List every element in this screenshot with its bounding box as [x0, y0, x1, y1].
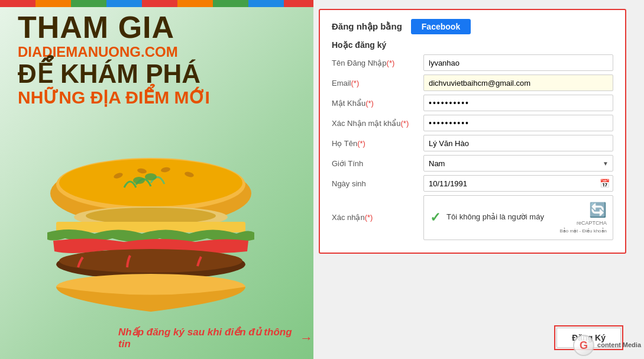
gender-label: Giới Tính [332, 159, 423, 168]
checkmark-icon: ✓ [430, 210, 441, 225]
birthday-label: Ngày sinh [332, 179, 423, 188]
food-strip [0, 0, 313, 7]
password-row: Mật Khẩu(*) [332, 95, 613, 111]
svg-point-13 [133, 177, 145, 184]
confirm-password-label: Xác Nhận mật khẩu(*) [332, 119, 423, 128]
captcha-left: ✓ Tôi không phải là người máy [430, 210, 544, 225]
arrow-right-icon: → [300, 331, 313, 346]
hoac-dang-ky-label: Hoặc đăng ký [332, 40, 613, 50]
email-row: Email(*) [332, 75, 613, 91]
watermark: G content Media [573, 335, 641, 356]
password-input[interactable] [423, 95, 613, 111]
de-kham-pha-text: ĐỂ KHÁM PHÁ [18, 61, 302, 87]
gender-select-wrapper: Nam Nữ ▼ [423, 155, 613, 172]
email-label: Email(*) [332, 79, 423, 88]
svg-point-11 [59, 249, 242, 273]
fullname-input[interactable] [423, 135, 613, 151]
birthday-row: Ngày sinh 📅 [332, 175, 613, 192]
birthday-input[interactable] [423, 175, 613, 192]
calendar-icon: 📅 [600, 179, 610, 188]
recaptcha-label: reCAPTCHA [577, 219, 607, 227]
tham-gia-text: THAM GIA [18, 12, 302, 43]
recaptcha-links: Bảo mật - Điều khoản [559, 228, 607, 234]
confirm-password-input[interactable] [423, 115, 613, 131]
verify-label: Xác nhận(*) [332, 213, 423, 222]
svg-point-8 [86, 208, 216, 224]
birthday-date-wrapper: 📅 [423, 175, 613, 192]
watermark-logo: G [573, 335, 594, 356]
instruction-wrapper: Nhấp đăng ký sau khi điền đủ thông tin → [118, 326, 313, 350]
username-input[interactable] [423, 54, 613, 71]
captcha-text: Tôi không phải là người máy [446, 212, 544, 222]
password-label: Mật Khẩu(*) [332, 99, 423, 108]
watermark-text: content Media [597, 341, 641, 349]
username-row: Tên Đăng Nhập(*) [332, 54, 613, 71]
username-label: Tên Đăng Nhập(*) [332, 59, 423, 67]
svg-point-14 [145, 173, 157, 180]
facebook-button[interactable]: Facebook [411, 19, 471, 34]
instruction-text: Nhấp đăng ký sau khi điền đủ thông tin [118, 326, 294, 350]
confirm-password-row: Xác Nhận mật khẩu(*) [332, 115, 613, 131]
panel-header: Đăng nhập bằng Facebook [332, 19, 613, 34]
left-panel: THAM GIA DIADIEMANUONG.COM ĐỂ KHÁM PHÁ N… [0, 0, 313, 359]
fullname-label: Họ Tên(*) [332, 139, 423, 148]
site-name-text: DIADIEMANUONG.COM [18, 43, 302, 61]
burger-image [12, 158, 290, 335]
recaptcha-icon: 🔄 [589, 202, 607, 218]
left-text-content: THAM GIA DIADIEMANUONG.COM ĐỂ KHÁM PHÁ N… [18, 12, 302, 108]
nhung-dia-diem-text: NHỮNG ĐỊA ĐIỂM MỚI [18, 87, 302, 108]
bottom-section: Nhấp đăng ký sau khi điền đủ thông tin → [0, 326, 644, 350]
email-input[interactable] [423, 75, 613, 91]
login-label: Đăng nhập bằng [332, 21, 402, 32]
captcha-row: Xác nhận(*) ✓ Tôi không phải là người má… [332, 195, 613, 240]
registration-panel: Đăng nhập bằng Facebook Hoặc đăng ký Tên… [319, 9, 626, 254]
gender-row: Giới Tính Nam Nữ ▼ [332, 155, 613, 172]
captcha-right: 🔄 reCAPTCHA Bảo mật - Điều khoản [559, 202, 607, 234]
gender-select[interactable]: Nam Nữ [423, 155, 613, 172]
captcha-box[interactable]: ✓ Tôi không phải là người máy 🔄 reCAPTCH… [423, 195, 613, 240]
fullname-row: Họ Tên(*) [332, 135, 613, 151]
